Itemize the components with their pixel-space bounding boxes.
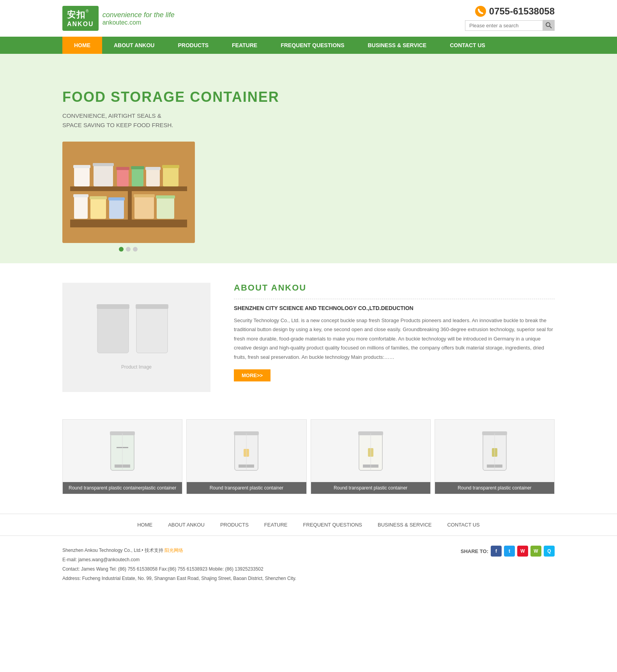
about-section: Product Image ABOUT ANKOU SHENZHEN CITY … <box>0 263 617 411</box>
nav-contact[interactable]: CONTACT US <box>438 37 497 54</box>
hero-subtitle-line1: CONVENIENCE, AIRTIGHT SEALS & <box>62 112 161 119</box>
svg-rect-16 <box>163 167 179 186</box>
search-button[interactable] <box>543 20 555 31</box>
hero-image <box>62 142 195 243</box>
dot-2[interactable] <box>126 247 131 252</box>
svg-rect-7 <box>73 165 90 168</box>
footer-nav-products[interactable]: PRODUCTS <box>220 522 249 528</box>
footer-nav: HOME ABOUT ANKOU PRODUCTS FEATURE FREQUE… <box>0 514 617 535</box>
svg-rect-14 <box>146 169 160 186</box>
footer-info: Shenzhen Ankou Technology Co., Ltd.• 技术支… <box>0 535 617 591</box>
footer-nav-business[interactable]: BUSINESS & SERVICE <box>378 522 431 528</box>
svg-rect-17 <box>162 165 179 168</box>
footer-nav-contact[interactable]: CONTACT US <box>447 522 479 528</box>
svg-rect-33 <box>136 304 168 309</box>
logo-area: 安扣 ® ANKOU convenience for the life anko… <box>62 6 175 31</box>
svg-rect-10 <box>117 169 129 186</box>
logo-english: ANKOU <box>67 21 94 28</box>
dot-3[interactable] <box>133 247 138 252</box>
sunshine-link[interactable]: 阳光网络 <box>164 548 183 553</box>
footer-nav-feature[interactable]: FEATURE <box>264 522 288 528</box>
svg-rect-21 <box>90 196 107 199</box>
wechat-icon[interactable]: W <box>530 546 541 557</box>
svg-rect-24 <box>134 196 154 219</box>
hero-section: FOOD STORAGE CONTAINER CONVENIENCE, AIRT… <box>0 54 617 263</box>
facebook-icon[interactable]: f <box>491 546 502 557</box>
dot-1[interactable] <box>119 247 124 252</box>
nav-faq[interactable]: FREQUENT QUESTIONS <box>269 37 356 54</box>
svg-rect-19 <box>73 194 88 197</box>
header: 安扣 ® ANKOU convenience for the life anko… <box>0 0 617 37</box>
more-button[interactable]: MORE>> <box>234 369 270 381</box>
products-section: Round transparent plastic containerplast… <box>0 411 617 514</box>
svg-rect-11 <box>116 167 129 170</box>
svg-rect-23 <box>108 197 125 200</box>
product-card-3: Round transparent plastic container <box>311 419 431 494</box>
logo-chinese: 安扣 <box>67 9 86 21</box>
nav-about[interactable]: ABOUT ANKOU <box>102 37 166 54</box>
about-company-name: SHENZHEN CITY SCIENCE AND TECHNOLOGY CO.… <box>234 305 555 311</box>
about-divider <box>234 299 555 299</box>
product-image-2 <box>187 420 306 482</box>
svg-rect-18 <box>74 196 88 219</box>
product-card-1: Round transparent plastic containerplast… <box>62 419 182 494</box>
svg-rect-12 <box>132 168 143 186</box>
svg-rect-22 <box>109 199 124 219</box>
hero-subtitle: CONVENIENCE, AIRTIGHT SEALS & SPACE SAVI… <box>62 111 301 130</box>
logo-box: 安扣 ® ANKOU <box>62 6 99 31</box>
product-label-3: Round transparent plastic container <box>311 482 430 494</box>
svg-rect-31 <box>97 304 129 309</box>
weibo-icon[interactable]: W <box>517 546 528 557</box>
svg-rect-26 <box>157 197 174 219</box>
product-image-1 <box>63 420 182 482</box>
product-card-2: Round transparent plastic container <box>186 419 306 494</box>
hero-subtitle-line2: SPACE SAVING TO KEEP FOOD FRESH. <box>62 122 173 128</box>
qq-icon[interactable]: Q <box>544 546 555 557</box>
product-image-3 <box>311 420 430 482</box>
footer-nav-about[interactable]: ABOUT ANKOU <box>168 522 205 528</box>
phone-number: 0755-61538058 <box>489 6 555 17</box>
footer-email: E-mail: james.wang@ankoutech.com <box>62 555 461 564</box>
nav-feature[interactable]: FEATURE <box>220 37 269 54</box>
nav-products[interactable]: PRODUCTS <box>166 37 220 54</box>
phone-icon <box>475 6 486 17</box>
share-area: SHARE TO: f t W W Q <box>461 546 555 557</box>
about-content: ABOUT ANKOU SHENZHEN CITY SCIENCE AND TE… <box>234 283 555 392</box>
footer-bottom: Shenzhen Ankou Technology Co., Ltd.• 技术支… <box>62 546 555 583</box>
nav-home[interactable]: HOME <box>62 37 102 54</box>
footer-address: Address: Fucheng Industrial Estate, No. … <box>62 574 461 583</box>
navigation: HOME ABOUT ANKOU PRODUCTS FEATURE FREQUE… <box>0 37 617 54</box>
about-image: Product Image <box>62 283 210 392</box>
svg-rect-27 <box>156 195 175 199</box>
svg-rect-8 <box>94 165 113 186</box>
twitter-icon[interactable]: t <box>504 546 515 557</box>
product-label-2: Round transparent plastic container <box>187 482 306 494</box>
search-input[interactable] <box>465 20 543 31</box>
footer-nav-faq[interactable]: FREQUENT QUESTIONS <box>303 522 362 528</box>
footer-nav-home[interactable]: HOME <box>137 522 152 528</box>
nav-business[interactable]: BUSINESS & SERVICE <box>356 37 438 54</box>
svg-rect-6 <box>74 167 90 186</box>
phone-area: 0755-61538058 <box>475 6 555 17</box>
hero-title: FOOD STORAGE CONTAINER <box>62 89 301 105</box>
footer-company: Shenzhen Ankou Technology Co., Ltd.• 技术支… <box>62 546 461 555</box>
product-label-1: Round transparent plastic containerplast… <box>63 482 182 494</box>
svg-rect-15 <box>145 167 161 170</box>
about-description: Security Technology Co., Ltd. is a new c… <box>234 316 555 362</box>
svg-rect-25 <box>134 194 155 197</box>
search-area <box>465 20 555 31</box>
site-url: ankoutec.com <box>103 19 175 26</box>
svg-rect-32 <box>136 306 168 353</box>
svg-rect-30 <box>97 306 129 353</box>
svg-rect-9 <box>93 163 114 166</box>
svg-text:Product Image: Product Image <box>121 364 152 370</box>
logo-tagline: convenience for the life ankoutec.com <box>103 11 175 26</box>
product-label-4: Round transparent plastic container <box>435 482 554 494</box>
svg-point-0 <box>546 23 550 27</box>
hero-text: FOOD STORAGE CONTAINER CONVENIENCE, AIRT… <box>62 89 301 252</box>
footer-company-text: Shenzhen Ankou Technology Co., Ltd.• 技术支… <box>62 548 163 553</box>
svg-rect-28 <box>70 224 187 227</box>
footer-contact: Contact: James Wang Tel: (86) 755 615380… <box>62 564 461 574</box>
product-image-4 <box>435 420 554 482</box>
tagline: convenience for the life <box>103 11 175 19</box>
